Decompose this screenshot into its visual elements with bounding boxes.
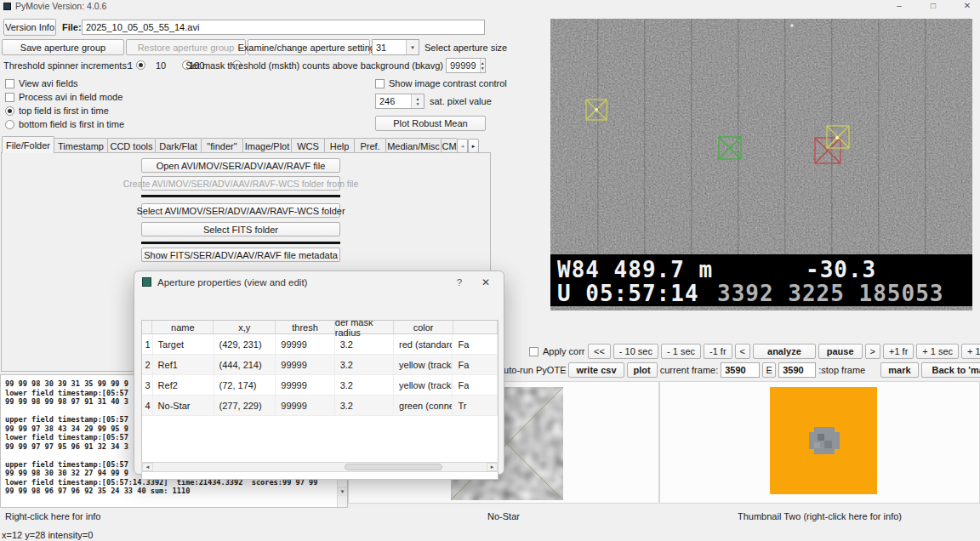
step-back-button[interactable]: < — [735, 344, 750, 359]
tab-bar: File/Folder Timestamp CCD tools Dark/Fla… — [2, 136, 479, 153]
file-path-input[interactable] — [82, 20, 485, 35]
show-contrast-row: Show image contrast control — [375, 78, 507, 88]
plot-button[interactable]: plot — [627, 362, 658, 378]
process-field-mode-checkbox[interactable] — [5, 93, 14, 102]
mask-threshold-spinner[interactable]: 99999 ▲▼ — [446, 58, 486, 73]
col-color[interactable]: color — [394, 321, 453, 333]
back-to-mark-button[interactable]: Back to 'mark' — [921, 362, 980, 378]
tab-wcs[interactable]: WCS — [291, 138, 325, 153]
scroll-down-icon[interactable]: ▼ — [338, 487, 347, 496]
analyze-button[interactable]: analyze — [753, 344, 816, 359]
e-button[interactable]: E — [762, 362, 776, 378]
forward-1-sec-button[interactable]: + 1 sec — [916, 344, 959, 359]
dialog-close-button[interactable]: ✕ — [476, 276, 496, 288]
col-xy[interactable]: x,y — [214, 321, 276, 333]
dialog-titlebar[interactable]: Aperture properties (view and edit) ? ✕ — [134, 271, 504, 293]
show-contrast-label: Show image contrast control — [389, 78, 507, 88]
back-1-frame-button[interactable]: -1 fr — [704, 344, 732, 359]
examine-aperture-settings-button[interactable]: Examine/change aperture settings — [248, 39, 370, 55]
plot-robust-mean-button[interactable]: Plot Robust Mean — [375, 116, 486, 131]
top-field-first-radio[interactable] — [5, 106, 14, 116]
thumbnail-two-image[interactable] — [770, 387, 877, 494]
show-contrast-checkbox[interactable] — [375, 79, 385, 88]
apply-corr-row: Apply corr — [529, 346, 585, 356]
log-info-label[interactable]: Right-click here for info — [5, 511, 101, 521]
table-row[interactable]: 2 Ref1 (444, 214) 99999 3.2 yellow (trac… — [142, 355, 498, 375]
back-1-sec-button[interactable]: - 1 sec — [661, 344, 701, 359]
forward-1-frame-button[interactable]: +1 fr — [883, 344, 914, 359]
vti-line1-left: W84 489.7 m — [557, 257, 713, 282]
col-def-mask-radius[interactable]: def mask radius — [335, 321, 395, 333]
playback-row: << - 10 sec - 1 sec -1 fr < analyze paus… — [588, 344, 980, 359]
app-icon — [3, 3, 11, 10]
scrollbar-thumb[interactable] — [345, 464, 442, 470]
video-display[interactable]: W84 489.7 m -30.3 U 05:57:14 3392 3225 1… — [550, 19, 972, 310]
jump-back-button[interactable]: << — [588, 344, 611, 359]
current-frame-input[interactable] — [721, 362, 760, 378]
tab-file-folder[interactable]: File/Folder — [2, 136, 54, 153]
close-button[interactable]: ✕ — [954, 1, 980, 10]
divider — [141, 242, 340, 244]
threshold-increments-label: Threshold spinner increments: — [3, 60, 129, 71]
stop-frame-input[interactable] — [778, 362, 816, 378]
forward-10-sec-button[interactable]: + 10 sec — [961, 344, 980, 359]
table-row[interactable]: 1 Target (429, 231) 99999 3.2 red (stand… — [142, 334, 498, 355]
bottom-field-first-radio[interactable] — [5, 120, 14, 129]
tab-ccd-tools[interactable]: CCD tools — [107, 138, 156, 153]
scroll-right-icon[interactable]: ▸ — [487, 463, 498, 471]
write-csv-button[interactable]: write csv — [568, 362, 624, 378]
tab-median-misc[interactable]: Median/Misc — [385, 138, 442, 153]
tab-timestamp[interactable]: Timestamp — [54, 138, 108, 153]
save-aperture-group-button[interactable]: Save aperture group — [2, 39, 124, 55]
maximize-button[interactable]: □ — [920, 1, 946, 10]
vti-line2-left: U 05:57:14 — [557, 281, 699, 306]
aperture-table: name x,y thresh def mask radius color 1 … — [141, 320, 499, 480]
col-name[interactable]: name — [152, 321, 214, 333]
frame-row: auto-run PyOTE write csv plot current fr… — [499, 362, 980, 378]
vti-line2-right: 3392 3225 185053 — [717, 281, 943, 306]
apply-corr-label: Apply corr — [543, 346, 585, 356]
thumbnail-two-panel — [659, 381, 980, 504]
select-wcs-folder-button[interactable]: Select AVI/MOV/SER/ADV/AAV/RAVF-WCS fold… — [141, 203, 340, 218]
view-avi-fields-row: View avi fields — [5, 78, 78, 88]
step-forward-button[interactable]: > — [865, 344, 880, 359]
mark-button[interactable]: mark — [880, 362, 918, 378]
aperture-size-select[interactable]: 31 ▾ — [372, 39, 419, 55]
tab-scroll-left-button[interactable]: ◂ — [457, 139, 468, 153]
select-fits-folder-button[interactable]: Select FITS folder — [141, 222, 340, 236]
show-metadata-button[interactable]: Show FITS/SER/ADV/AAV/RAVF file metadata — [141, 248, 340, 262]
aperture-size-label: Select aperture size — [424, 43, 507, 53]
back-10-sec-button[interactable]: - 10 sec — [613, 344, 658, 359]
spinner-arrows-icon: ▲▼ — [480, 59, 485, 72]
tab-scroll-right-button[interactable]: ▸ — [468, 139, 479, 153]
tab-pref[interactable]: Pref. — [354, 138, 386, 153]
tab-finder[interactable]: "finder" — [201, 138, 243, 153]
scroll-left-icon[interactable]: ◂ — [142, 463, 153, 471]
aperture-table-header: name x,y thresh def mask radius color — [142, 321, 498, 334]
bottom-field-first-row: bottom field is first in time — [5, 119, 124, 129]
apply-corr-checkbox[interactable] — [529, 347, 538, 356]
view-avi-fields-label: View avi fields — [19, 78, 78, 88]
table-row[interactable]: 4 No-Star (277, 229) 99999 3.2 green (co… — [142, 396, 498, 416]
open-avi-file-button[interactable]: Open AVI/MOV/SER/ADV/AAV/RAVF file — [141, 158, 340, 173]
version-info-button[interactable]: Version Info — [3, 19, 56, 36]
sat-pixel-spinner[interactable]: 246 ▲▼ — [375, 94, 424, 109]
pause-button[interactable]: pause — [818, 344, 863, 359]
table-row[interactable]: 3 Ref2 (72, 174) 99999 3.2 yellow (track… — [142, 375, 498, 396]
create-wcs-folder-button[interactable]: Create AVI/MOV/SER/ADV/AAV/RAVF-WCS fold… — [141, 176, 340, 191]
tab-help[interactable]: Help — [324, 138, 355, 153]
dialog-horizontal-scrollbar[interactable]: ◂ ▸ — [141, 462, 499, 472]
tab-cm[interactable]: CM — [441, 138, 458, 153]
restore-aperture-group-button[interactable]: Restore aperture group — [126, 39, 246, 55]
threshold-1-radio[interactable] — [136, 60, 145, 70]
titlebar: PyMovie Version: 4.0.6 – □ ✕ — [0, 0, 980, 13]
view-avi-fields-checkbox[interactable] — [5, 79, 14, 88]
dialog-help-button[interactable]: ? — [449, 277, 470, 288]
minimize-button[interactable]: – — [886, 1, 912, 10]
tab-image-plot[interactable]: Image/Plot — [242, 138, 292, 153]
dropdown-arrow-icon: ▾ — [406, 40, 419, 54]
process-field-mode-row: Process avi in field mode — [5, 92, 122, 102]
col-thresh[interactable]: thresh — [276, 321, 335, 333]
tab-dark-flat[interactable]: Dark/Flat — [155, 138, 202, 153]
pymovie-window: { "window": { "title": "PyMovie Version:… — [0, 0, 980, 541]
